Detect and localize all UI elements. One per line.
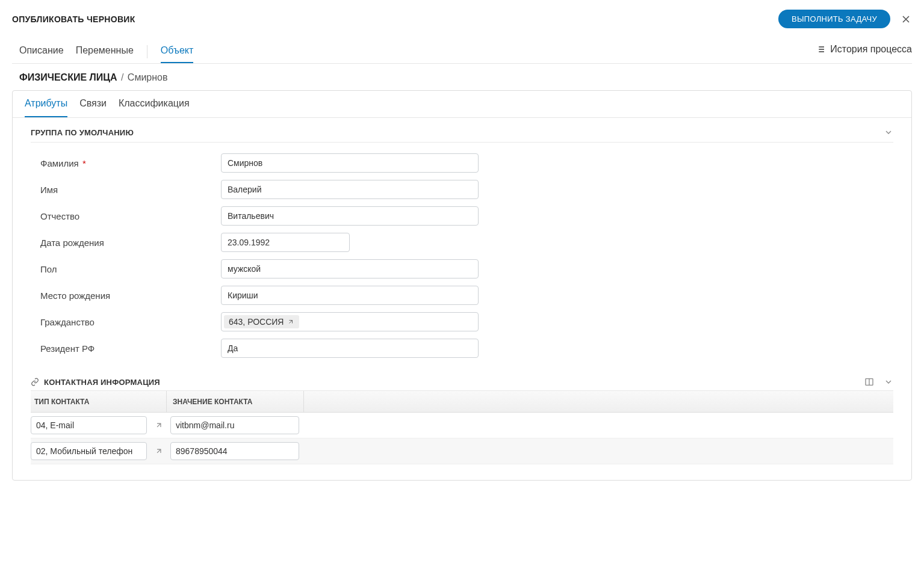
citizenship-input[interactable]: 643, РОССИЯ bbox=[221, 312, 479, 331]
cell-type bbox=[31, 442, 167, 460]
external-link-icon[interactable] bbox=[150, 417, 167, 434]
tab-description[interactable]: Описание bbox=[19, 40, 64, 63]
external-link-icon[interactable] bbox=[150, 443, 167, 460]
citizenship-chip[interactable]: 643, РОССИЯ bbox=[224, 315, 299, 328]
tab-variables[interactable]: Переменные bbox=[76, 40, 134, 63]
tab-divider bbox=[147, 45, 147, 58]
table-row bbox=[31, 438, 893, 464]
surname-input[interactable] bbox=[221, 153, 479, 173]
birthdate-input[interactable] bbox=[221, 233, 350, 252]
contact-table-head: ТИП КОНТАКТА ЗНАЧЕНИЕ КОНТАКТА bbox=[31, 391, 893, 413]
label-resident: Резидент РФ bbox=[40, 343, 221, 354]
contact-header-right bbox=[864, 377, 893, 387]
default-group-title: ГРУППА ПО УМОЛЧАНИЮ bbox=[31, 128, 134, 137]
execute-task-button[interactable]: ВЫПОЛНИТЬ ЗАДАЧУ bbox=[778, 10, 890, 28]
form-rows: Фамилия * Имя Отчество Дата рождения Пол bbox=[31, 153, 893, 358]
main-tabs: Описание Переменные Объект bbox=[12, 40, 193, 63]
name-input[interactable] bbox=[221, 180, 479, 199]
row-patronymic: Отчество bbox=[40, 206, 893, 226]
label-citizenship: Гражданство bbox=[40, 317, 221, 327]
default-group-section: ГРУППА ПО УМОЛЧАНИЮ Фамилия * Имя Отчест… bbox=[13, 118, 911, 377]
label-birthplace: Место рождения bbox=[40, 291, 221, 301]
page-title: ОПУБЛИКОВАТЬ ЧЕРНОВИК bbox=[12, 14, 135, 24]
breadcrumb-root[interactable]: ФИЗИЧЕСКИЕ ЛИЦА bbox=[19, 72, 117, 82]
row-gender: Пол bbox=[40, 259, 893, 278]
contact-header: КОНТАКТНАЯ ИНФОРМАЦИЯ bbox=[31, 377, 893, 391]
cell-type bbox=[31, 416, 167, 434]
close-icon[interactable] bbox=[900, 13, 912, 25]
contact-table-body bbox=[31, 413, 893, 464]
row-birthdate: Дата рождения bbox=[40, 233, 893, 252]
label-surname-text: Фамилия bbox=[40, 158, 79, 168]
col-header-type[interactable]: ТИП КОНТАКТА bbox=[31, 391, 167, 412]
process-history-label: История процесса bbox=[830, 44, 912, 55]
cell-value bbox=[167, 442, 304, 460]
citizenship-chip-label: 643, РОССИЯ bbox=[229, 317, 284, 327]
table-row bbox=[31, 413, 893, 438]
row-birthplace: Место рождения bbox=[40, 286, 893, 305]
sub-tabs: Атрибуты Связи Классификация bbox=[13, 91, 911, 118]
header: ОПУБЛИКОВАТЬ ЧЕРНОВИК ВЫПОЛНИТЬ ЗАДАЧУ bbox=[12, 10, 912, 28]
gender-input[interactable] bbox=[221, 259, 479, 278]
breadcrumb-separator: / bbox=[121, 72, 123, 82]
contact-title: КОНТАКТНАЯ ИНФОРМАЦИЯ bbox=[44, 378, 160, 387]
resident-input[interactable] bbox=[221, 339, 479, 358]
subtab-classification[interactable]: Классификация bbox=[119, 91, 190, 117]
main-tabs-row: Описание Переменные Объект История проце… bbox=[12, 40, 912, 64]
chevron-down-icon[interactable] bbox=[884, 128, 893, 137]
row-name: Имя bbox=[40, 180, 893, 199]
required-star: * bbox=[82, 158, 86, 168]
contact-value-input[interactable] bbox=[170, 442, 299, 460]
default-group-header: ГРУППА ПО УМОЛЧАНИЮ bbox=[31, 128, 893, 143]
row-resident: Резидент РФ bbox=[40, 339, 893, 358]
contact-type-input[interactable] bbox=[31, 442, 147, 460]
external-link-icon bbox=[287, 318, 294, 325]
breadcrumb-current: Смирнов bbox=[128, 72, 168, 82]
label-patronymic: Отчество bbox=[40, 211, 221, 221]
breadcrumb: ФИЗИЧЕСКИЕ ЛИЦА / Смирнов bbox=[12, 72, 912, 83]
object-panel: Атрибуты Связи Классификация ГРУППА ПО У… bbox=[12, 90, 912, 481]
row-citizenship: Гражданство 643, РОССИЯ bbox=[40, 312, 893, 331]
contact-type-input[interactable] bbox=[31, 416, 147, 434]
col-header-value[interactable]: ЗНАЧЕНИЕ КОНТАКТА bbox=[167, 391, 304, 412]
header-actions: ВЫПОЛНИТЬ ЗАДАЧУ bbox=[778, 10, 912, 28]
chevron-down-icon[interactable] bbox=[884, 377, 893, 387]
cell-value bbox=[167, 416, 304, 434]
label-surname: Фамилия * bbox=[40, 158, 221, 168]
subtab-relations[interactable]: Связи bbox=[79, 91, 107, 117]
list-icon bbox=[816, 45, 825, 54]
label-birthdate: Дата рождения bbox=[40, 238, 221, 248]
contact-value-input[interactable] bbox=[170, 416, 299, 434]
birthplace-input[interactable] bbox=[221, 286, 479, 305]
process-history-link[interactable]: История процесса bbox=[816, 44, 912, 60]
patronymic-input[interactable] bbox=[221, 206, 479, 226]
link-icon bbox=[31, 378, 39, 386]
subtab-attributes[interactable]: Атрибуты bbox=[25, 91, 67, 117]
columns-icon[interactable] bbox=[864, 377, 874, 387]
tab-object[interactable]: Объект bbox=[161, 40, 193, 63]
contact-section: КОНТАКТНАЯ ИНФОРМАЦИЯ ТИП КОНТАКТА ЗНАЧЕ… bbox=[13, 377, 911, 480]
row-surname: Фамилия * bbox=[40, 153, 893, 173]
label-name: Имя bbox=[40, 185, 221, 195]
label-gender: Пол bbox=[40, 264, 221, 274]
contact-header-left: КОНТАКТНАЯ ИНФОРМАЦИЯ bbox=[31, 378, 864, 387]
